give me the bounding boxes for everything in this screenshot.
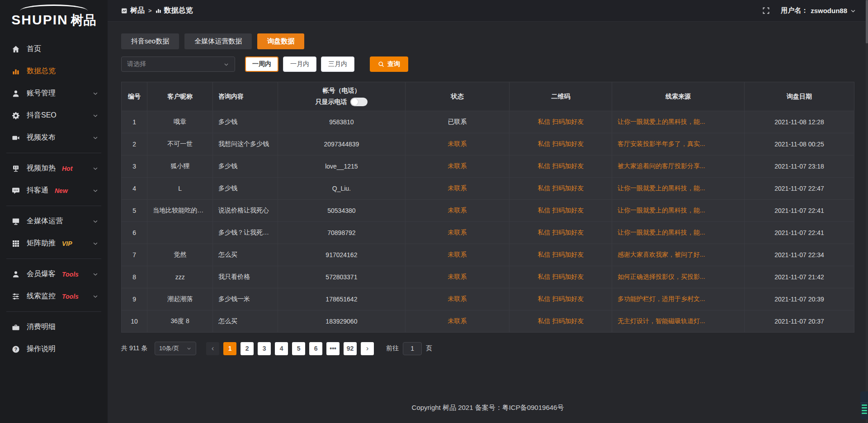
page-scrollbar[interactable] [866,0,868,423]
lead-source-link[interactable]: 无主灯设计，智能磁吸轨道灯... [618,317,705,324]
question-icon: ? [12,345,20,353]
sidebar-item-chat[interactable]: 抖客通New [0,179,108,202]
cell-id: 8 [122,266,147,288]
sidebar-item-wallet[interactable]: 消费明细 [0,316,108,338]
goto-suffix: 页 [426,344,432,352]
chevron-down-icon [186,346,192,351]
tab-douyin-seo-data[interactable]: 抖音seo数据 [121,33,179,49]
cell-id: 6 [122,222,147,244]
cell-status: 未联系 [405,200,509,222]
cell-id: 9 [122,288,147,310]
sidebar-item-sliders[interactable]: 线索监控Tools [0,285,108,307]
range-one-month-button[interactable]: 一月内 [283,56,316,72]
cell-date: 2021-11-08 00:25 [745,133,854,155]
page-number-button-6[interactable]: 6 [309,342,322,355]
fullscreen-icon[interactable] [762,7,770,14]
qr-add-friend-link[interactable]: 私信 扫码加好友 [538,229,584,236]
qr-add-friend-link[interactable]: 私信 扫码加好友 [538,162,584,169]
lead-source-link[interactable]: 客厅安装投影半年多了，真实... [618,140,705,147]
breadcrumb-page-label: 数据总览 [164,6,193,15]
qr-add-friend-link[interactable]: 私信 扫码加好友 [538,295,584,302]
page-size-select[interactable]: 10条/页 [155,342,196,355]
page-number-button-2[interactable]: 2 [241,342,254,355]
query-button[interactable]: 查询 [370,56,408,72]
sidebar-item-member[interactable]: 会员爆客Tools [0,263,108,285]
sidebar-item-bar-chart[interactable]: 数据总览 [0,60,108,82]
qr-add-friend-link[interactable]: 私信 扫码加好友 [538,140,584,147]
sidebar-item-badge: VIP [62,240,72,247]
lead-source-link[interactable]: 多功能护栏灯，适用于乡村文... [618,295,705,302]
range-one-week-button[interactable]: 一周内 [245,56,278,72]
lead-source-link[interactable]: 让你一眼就爱上的黑科技，能... [618,118,705,125]
page-ellipsis-button[interactable]: ••• [326,342,340,355]
prev-page-button[interactable]: ‹ [206,342,219,355]
tab-omnimedia-data[interactable]: 全媒体运营数据 [184,33,252,49]
lead-source-link[interactable]: 感谢大家喜欢我家，被问了好... [618,251,705,258]
status-text: 未联系 [448,184,467,192]
sidebar-item-gear[interactable]: 抖音SEO [0,104,108,127]
lead-source-link[interactable]: 让你一眼就爱上的黑科技，能... [618,184,705,192]
floating-service-widget[interactable] [860,391,868,419]
col-header-date: 询盘日期 [745,82,854,111]
lead-source-link[interactable]: 如何正确选择投影仪，买投影... [618,273,705,280]
qr-add-friend-link[interactable]: 私信 扫码加好友 [538,251,584,258]
sidebar-item-badge: Tools [62,293,79,300]
breadcrumb-item-app[interactable]: 树品 [121,6,145,15]
cell-qrcode: 私信 扫码加好友 [509,244,612,266]
chevron-down-icon [92,271,99,277]
pagination-bar: 共 911 条 10条/页 ‹ 123456•••92 › 前往 页 [121,342,854,355]
phone-only-toggle[interactable] [350,98,368,106]
sidebar-item-user[interactable]: 账号管理 [0,82,108,104]
scrollbar-thumb[interactable] [866,0,868,43]
qr-add-friend-link[interactable]: 私信 扫码加好友 [538,207,584,214]
next-page-button[interactable]: › [361,342,374,355]
cell-nickname: 狐小狸 [147,155,213,178]
app-square-icon [121,8,127,14]
page-number-button-3[interactable]: 3 [258,342,271,355]
cell-nickname: 36度 8 [147,310,213,333]
cell-date: 2021-11-07 22:47 [745,178,854,200]
col-header-source: 线索来源 [612,82,745,111]
cell-id: 4 [122,178,147,200]
table-row: 8zzz我只看价格572803371未联系私信 扫码加好友如何正确选择投影仪，买… [122,266,854,288]
status-text: 未联系 [448,207,467,214]
cell-id: 7 [122,244,147,266]
sidebar-item-billboard[interactable]: 视频加热Hot [0,157,108,179]
inquiry-table: 编号 客户昵称 咨询内容 帐号（电话） 只显示电话 状态 二维码 [121,82,854,333]
user-menu[interactable]: 用户名： zswodun88 [781,6,856,15]
lead-source-link[interactable]: 被大家追着问的客厅投影分享... [618,162,705,169]
qr-add-friend-link[interactable]: 私信 扫码加好友 [538,118,584,125]
range-three-months-button[interactable]: 三月内 [321,56,354,72]
page-number-button-4[interactable]: 4 [275,342,288,355]
cell-status: 未联系 [405,266,509,288]
filter-bar: 请选择 一周内 一月内 三月内 查询 [121,56,854,72]
cell-account: 2097344839 [278,133,406,155]
sidebar-item-grid[interactable]: 矩阵助推VIP [0,232,108,254]
account-select[interactable]: 请选择 [121,56,235,72]
sidebar-item-video-camera[interactable]: 视频发布 [0,127,108,149]
cell-nickname: 当地比较能吃的一位美女 [147,200,213,222]
page-number-button-5[interactable]: 5 [292,342,305,355]
username-label: 用户名： [781,6,808,15]
breadcrumb-item-page[interactable]: 数据总览 [156,6,193,15]
lead-source-link[interactable]: 让你一眼就爱上的黑科技，能... [618,229,705,236]
sidebar-item-monitor[interactable]: 全媒体运营 [0,210,108,232]
qr-add-friend-link[interactable]: 私信 扫码加好友 [538,273,584,280]
chevron-down-icon [850,8,856,14]
qr-add-friend-link[interactable]: 私信 扫码加好友 [538,317,584,324]
page-number-button-1[interactable]: 1 [223,342,236,355]
sidebar-item-home[interactable]: 首页 [0,38,108,60]
goto-page-input[interactable] [403,342,422,355]
lead-source-link[interactable]: 让你一眼就爱上的黑科技，能... [618,207,705,214]
status-text: 未联系 [448,229,467,236]
select-placeholder: 请选择 [127,60,146,68]
cell-nickname: 哦章 [147,111,213,133]
qr-add-friend-link[interactable]: 私信 扫码加好友 [538,184,584,192]
cell-qrcode: 私信 扫码加好友 [509,155,612,178]
sidebar-item-question[interactable]: ?操作说明 [0,338,108,360]
cell-nickname: L [147,178,213,200]
monitor-icon [12,217,20,226]
tab-inquiry-data[interactable]: 询盘数据 [257,33,304,49]
page-number-button-92[interactable]: 92 [344,342,357,355]
app-logo[interactable]: SHUPIN 树品 [0,0,108,32]
